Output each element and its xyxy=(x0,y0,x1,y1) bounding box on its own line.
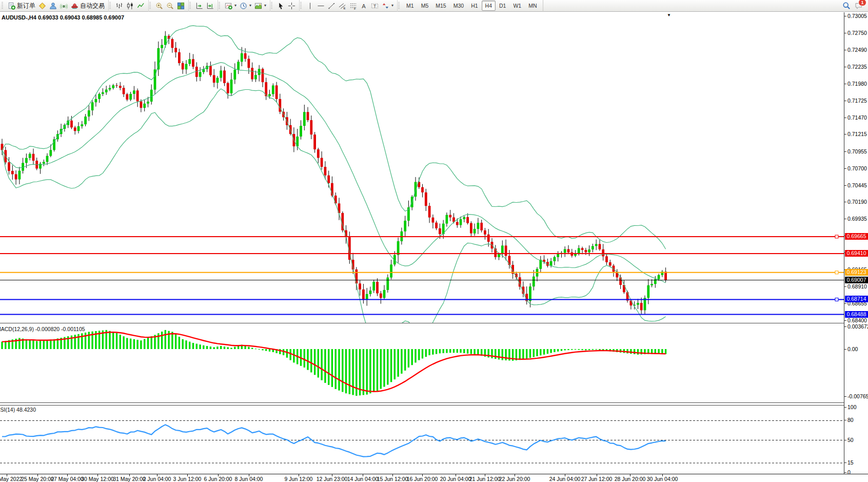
toolbar-grip xyxy=(300,2,302,9)
zoom-in-button[interactable] xyxy=(154,1,165,11)
cursor-button[interactable] xyxy=(275,1,286,11)
candle xyxy=(81,124,83,126)
axis-tick xyxy=(844,67,846,67)
timeframe-w1-button[interactable]: W1 xyxy=(509,1,525,11)
timeframe-m1-button[interactable]: M1 xyxy=(403,1,418,11)
chevron-down-icon[interactable]: ▾ xyxy=(234,4,236,8)
timeframe-h1-button[interactable]: H1 xyxy=(467,1,481,11)
vertical-line-button[interactable] xyxy=(305,1,315,11)
zoom-out-button[interactable] xyxy=(165,1,175,11)
arrows-button[interactable]: ▾ xyxy=(380,1,395,11)
line-chart-mode-button[interactable] xyxy=(135,1,146,11)
fibonacci-button[interactable]: F xyxy=(348,1,359,11)
candle xyxy=(425,192,427,206)
macd-histogram-bar xyxy=(491,349,492,358)
macd-histogram-bar xyxy=(457,349,458,353)
macd-histogram-bar xyxy=(116,333,117,349)
macd-indicator-label: MACD(12,26,9) -0.000820 -0.001105 xyxy=(0,326,85,332)
notifications-button[interactable]: 1 xyxy=(855,2,863,10)
auto-scroll-button[interactable] xyxy=(194,1,205,11)
crosshair-button[interactable] xyxy=(286,1,297,11)
macd-histogram-bar xyxy=(29,340,31,349)
search-button[interactable] xyxy=(842,2,851,10)
macd-histogram-bar xyxy=(46,340,48,349)
candle xyxy=(237,62,240,70)
line-handle[interactable] xyxy=(835,271,838,274)
chevron-down-icon[interactable]: ▾ xyxy=(391,4,393,8)
macd-histogram-bar xyxy=(495,349,496,359)
new-order-label: 新订单 xyxy=(17,2,35,10)
time-tick-label: 21 Jun 12:00 xyxy=(469,476,501,482)
rsi-panel[interactable] xyxy=(0,405,844,474)
macd-histogram-bar xyxy=(1,342,3,349)
signals-button[interactable] xyxy=(58,1,69,11)
timeframe-m30-button[interactable]: M30 xyxy=(450,1,467,11)
bollinger-upper-band xyxy=(2,26,666,249)
timeframe-d1-button[interactable]: D1 xyxy=(496,1,509,11)
axis-tick xyxy=(844,407,846,408)
candle xyxy=(161,45,163,48)
toolbar: 新订单自动交易▾▾▾EFAT▾M1M5M15M30H1H4D1W1MN1 xyxy=(0,0,868,12)
macd-canvas[interactable] xyxy=(0,324,844,403)
horizontal-line-button[interactable] xyxy=(315,1,326,11)
community-button[interactable] xyxy=(48,1,58,11)
price-tick-label: 0.70445 xyxy=(847,182,867,188)
macd-histogram-bar xyxy=(328,349,329,385)
candle xyxy=(43,162,45,164)
macd-histogram-bar xyxy=(564,349,566,350)
timeframe-h4-button[interactable]: H4 xyxy=(482,1,496,11)
metaeditor-button[interactable] xyxy=(37,1,48,11)
price-chart-canvas[interactable] xyxy=(0,12,844,323)
chart-shift-button[interactable] xyxy=(205,1,215,11)
bar-chart-mode-button[interactable] xyxy=(114,1,125,11)
indicators-button[interactable]: ▾ xyxy=(223,1,238,11)
price-level-badge: 0.69665 xyxy=(845,233,868,240)
macd-histogram-bar xyxy=(585,349,586,350)
line-handle[interactable] xyxy=(835,235,838,238)
candlestick-mode-button[interactable] xyxy=(125,1,135,11)
candle xyxy=(49,150,52,156)
macd-histogram-bar xyxy=(216,346,218,349)
candle xyxy=(164,36,167,45)
text-label-button[interactable]: T xyxy=(369,1,380,11)
equidistant-channel-button[interactable]: E xyxy=(337,1,348,11)
macd-histogram-bar xyxy=(446,349,447,353)
new-order-button[interactable]: 新订单 xyxy=(6,1,37,11)
macd-histogram-bar xyxy=(196,344,198,349)
time-tick-label: 16 Jun 20:00 xyxy=(407,476,438,482)
macd-histogram-bar xyxy=(363,349,364,395)
candle xyxy=(585,250,587,253)
time-axis[interactable]: 24 May 202225 May 20:0027 May 04:0030 Ma… xyxy=(0,474,868,482)
macd-histogram-bar xyxy=(133,339,135,349)
timeframe-m5-button[interactable]: M5 xyxy=(418,1,432,11)
candle xyxy=(29,154,31,158)
autotrading-button[interactable]: 自动交易 xyxy=(69,1,106,11)
candle xyxy=(223,70,226,83)
timeframe-mn-button[interactable]: MN xyxy=(525,1,540,11)
rsi-canvas[interactable] xyxy=(0,406,844,474)
tile-windows-button[interactable] xyxy=(175,1,186,11)
candle xyxy=(327,176,330,183)
macd-panel[interactable] xyxy=(0,324,844,403)
line-handle[interactable] xyxy=(835,298,838,301)
text-icon: A xyxy=(360,2,368,10)
text-button[interactable]: A xyxy=(359,1,369,11)
axis-tick xyxy=(844,134,846,134)
toolbar-group xyxy=(153,0,189,12)
price-tick-label: 0.71470 xyxy=(847,114,867,121)
macd-histogram-bar xyxy=(161,332,163,349)
templates-button[interactable]: ▾ xyxy=(253,1,268,11)
trendline-button[interactable] xyxy=(326,1,337,11)
periods-button[interactable]: ▾ xyxy=(238,1,253,11)
macd-histogram-bar xyxy=(428,349,430,355)
chart-title: AUDUSD-,H4 0.69033 0.69043 0.68985 0.690… xyxy=(2,14,124,21)
macd-histogram-bar xyxy=(185,340,187,349)
time-tick-label: 9 Jun 12:00 xyxy=(285,476,313,482)
chevron-down-icon[interactable]: ▾ xyxy=(264,4,266,8)
macd-histogram-bar xyxy=(112,332,114,349)
chevron-down-icon[interactable]: ▾ xyxy=(249,4,251,8)
timeframe-m15-button[interactable]: M15 xyxy=(432,1,449,11)
time-tick-label: 22 Jun 20:00 xyxy=(499,476,530,482)
main-price-chart[interactable] xyxy=(0,12,844,323)
price-axis[interactable]: 0.730050.727500.724900.722350.719800.717… xyxy=(844,12,868,474)
